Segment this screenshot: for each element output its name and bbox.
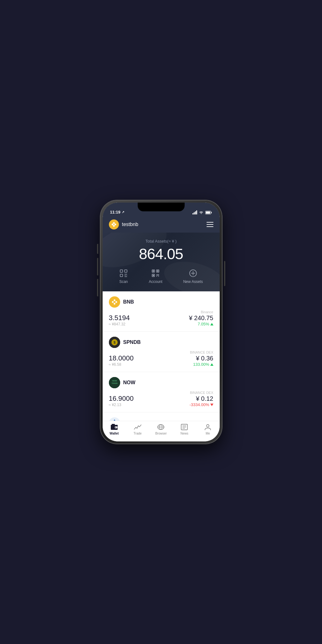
now-price: ¥ 0.12	[190, 395, 213, 402]
nav-trade[interactable]: Trade	[126, 424, 149, 435]
spndb-change-value: 133.00%	[193, 362, 209, 367]
now-down-arrow	[210, 404, 213, 406]
now-change: -3334.00%	[190, 402, 213, 407]
svg-rect-27	[156, 276, 157, 277]
asset-item-bnb[interactable]: BNB 3.5194 ≈ ¥847.32 Binance ¥ 240.75 7.…	[103, 291, 220, 332]
header-username: testbnb	[122, 222, 138, 227]
total-assets-amount: 864.05	[109, 245, 213, 263]
now-balance: 16.9000 ≈ ¥2.13	[109, 395, 134, 407]
bnb-amount: 3.5194	[109, 314, 130, 322]
account-label: Account	[149, 279, 162, 284]
now-fiat: ≈ ¥2.13	[109, 403, 134, 407]
bnb-up-arrow	[210, 323, 213, 325]
nav-browser[interactable]: Browser	[149, 424, 173, 435]
svg-rect-22	[157, 274, 158, 275]
volume-up-button	[97, 258, 98, 275]
trade-icon	[134, 424, 141, 430]
spndb-price: ¥ 0.36	[190, 355, 213, 362]
svg-rect-16	[153, 270, 154, 272]
plus-circle-icon	[189, 269, 197, 278]
asset-list: BNB 3.5194 ≈ ¥847.32 Binance ¥ 240.75 7.…	[103, 291, 220, 421]
spndb-up-arrow	[210, 363, 213, 366]
now-change-value: -3334.00%	[190, 402, 209, 407]
location-icon: ↗	[122, 210, 124, 214]
asset-item-mith[interactable]: MITH 22.8900 ≈ ¥8.02 BINANCE DEX ¥ 0.35 …	[103, 412, 220, 421]
hero-section: Total Assets(≈ ¥ ) 864.05 Sc	[103, 233, 220, 291]
total-assets-label: Total Assets(≈ ¥ )	[109, 239, 213, 244]
bnb-price-section: Binance ¥ 240.75 7.05%	[189, 310, 213, 326]
svg-text:TOKEN: TOKEN	[111, 382, 117, 384]
bottom-nav: Wallet Trade Browser	[103, 421, 220, 441]
now-asset-icon: NOW TOKEN	[109, 377, 120, 388]
spndb-amount: 18.0000	[109, 354, 134, 362]
svg-rect-50	[111, 425, 118, 426]
bnb-asset-icon	[109, 296, 120, 308]
spndb-body: 18.0000 ≈ ¥6.58 BINANCE DEX ¥ 0.36 133.0…	[109, 350, 213, 367]
nav-me[interactable]: Me	[196, 424, 220, 435]
svg-rect-10	[120, 274, 123, 277]
svg-rect-20	[153, 275, 154, 276]
bnb-change-value: 7.05%	[198, 322, 209, 326]
svg-rect-24	[156, 275, 157, 276]
hero-actions: Scan	[109, 269, 213, 284]
time-display: 11:19	[110, 210, 120, 214]
svg-point-32	[109, 296, 120, 308]
asset-header-spndb: $ SPNDB	[109, 337, 213, 348]
now-price-section: BINANCE DEX ¥ 0.12 -3334.00%	[190, 391, 213, 407]
wallet-nav-label: Wallet	[110, 432, 119, 435]
spndb-change: 133.00%	[190, 362, 213, 367]
bnb-fiat: ≈ ¥847.32	[109, 322, 130, 326]
notch	[138, 203, 185, 211]
bnb-balance: 3.5194 ≈ ¥847.32	[109, 314, 130, 326]
bnb-name: BNB	[123, 299, 134, 305]
now-body: 16.9000 ≈ ¥2.13 BINANCE DEX ¥ 0.12 -3334…	[109, 391, 213, 407]
svg-rect-9	[125, 270, 127, 272]
bnb-logo-icon	[109, 219, 119, 229]
svg-rect-28	[158, 276, 159, 277]
bnb-body: 3.5194 ≈ ¥847.32 Binance ¥ 240.75 7.05%	[109, 310, 213, 326]
phone-frame: 11:19 ↗	[100, 200, 222, 444]
svg-rect-21	[156, 274, 157, 275]
news-icon	[181, 424, 188, 430]
wallet-icon	[110, 424, 118, 430]
volume-down-button	[97, 279, 98, 296]
status-icons	[192, 210, 212, 214]
wifi-icon	[199, 211, 204, 214]
header-left: testbnb	[109, 219, 138, 229]
browser-nav-label: Browser	[155, 432, 167, 435]
svg-rect-26	[158, 275, 159, 276]
now-amount: 16.9000	[109, 395, 134, 403]
svg-rect-51	[112, 424, 115, 425]
svg-rect-1	[211, 212, 212, 213]
svg-rect-23	[158, 274, 159, 275]
asset-item-spndb[interactable]: $ SPNDB 18.0000 ≈ ¥6.58 BINANCE DEX ¥ 0.…	[103, 332, 220, 372]
me-icon	[204, 424, 212, 430]
menu-button[interactable]	[207, 222, 213, 227]
nav-news[interactable]: News	[173, 424, 196, 435]
spndb-balance: 18.0000 ≈ ¥6.58	[109, 354, 134, 367]
svg-point-59	[207, 425, 209, 427]
new-assets-label: New Assets	[183, 279, 203, 284]
scan-action[interactable]: Scan	[119, 269, 128, 284]
mute-button	[97, 244, 98, 254]
new-assets-action[interactable]: New Assets	[183, 269, 203, 284]
bnb-price: ¥ 240.75	[189, 314, 213, 322]
asset-header-mith: MITH	[109, 417, 213, 421]
signal-icon	[192, 210, 197, 214]
now-name: NOW	[123, 380, 135, 385]
news-nav-label: News	[181, 432, 188, 435]
mith-asset-icon	[109, 417, 120, 421]
svg-text:$: $	[113, 340, 115, 344]
phone-screen: 11:19 ↗	[103, 203, 220, 441]
asset-header-now: NOW TOKEN NOW	[109, 377, 213, 388]
spndb-exchange: BINANCE DEX	[190, 350, 213, 354]
nav-wallet[interactable]: Wallet	[103, 424, 126, 435]
bnb-exchange: Binance	[189, 310, 213, 314]
svg-rect-25	[157, 275, 158, 276]
spndb-price-section: BINANCE DEX ¥ 0.36 133.00%	[190, 350, 213, 367]
asset-header-bnb: BNB	[109, 296, 213, 308]
power-button	[224, 261, 225, 286]
now-exchange: BINANCE DEX	[190, 391, 213, 395]
account-action[interactable]: Account	[149, 269, 162, 284]
asset-item-now[interactable]: NOW TOKEN NOW 16.9000 ≈ ¥2.13 BINANCE DE…	[103, 372, 220, 412]
